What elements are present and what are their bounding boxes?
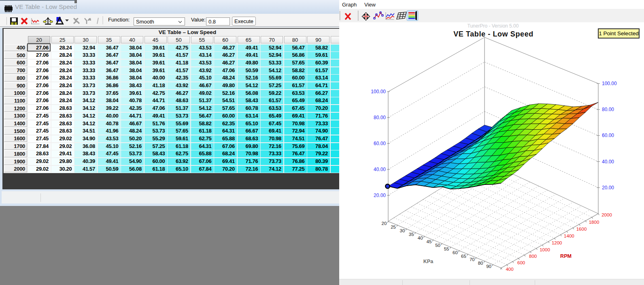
svg-text:100.00: 100.00 bbox=[371, 89, 386, 94]
svg-text:45: 45 bbox=[427, 239, 432, 244]
svg-text:50: 50 bbox=[435, 243, 440, 248]
svg-text:1400: 1400 bbox=[564, 234, 574, 238]
svg-text:80.00: 80.00 bbox=[374, 115, 386, 120]
svg-text:VE Table - Low Speed: VE Table - Low Speed bbox=[453, 30, 533, 38]
svg-text:RPM: RPM bbox=[560, 253, 572, 259]
svg-text:1200: 1200 bbox=[552, 240, 562, 245]
svg-text:800: 800 bbox=[529, 254, 537, 259]
svg-text:2000: 2000 bbox=[601, 212, 612, 217]
svg-text:1600: 1600 bbox=[576, 227, 587, 231]
svg-text:TunerPro - Version 5.00: TunerPro - Version 5.00 bbox=[468, 23, 519, 29]
svg-text:80: 80 bbox=[478, 261, 483, 266]
svg-text:100.00: 100.00 bbox=[602, 81, 617, 86]
svg-text:600: 600 bbox=[517, 260, 525, 265]
svg-text:1800: 1800 bbox=[589, 220, 599, 225]
svg-text:20.00: 20.00 bbox=[602, 185, 614, 191]
svg-text:30: 30 bbox=[400, 228, 405, 233]
svg-text:20: 20 bbox=[382, 221, 387, 226]
svg-text:40.00: 40.00 bbox=[374, 167, 386, 172]
svg-text:KPa: KPa bbox=[423, 259, 434, 264]
svg-text:35: 35 bbox=[409, 232, 414, 237]
svg-text:60.00: 60.00 bbox=[602, 133, 614, 138]
svg-text:40: 40 bbox=[418, 236, 423, 240]
svg-text:1000: 1000 bbox=[540, 247, 550, 252]
svg-text:20.00: 20.00 bbox=[374, 193, 386, 198]
svg-text:90: 90 bbox=[486, 264, 491, 269]
svg-text:25: 25 bbox=[391, 225, 396, 229]
svg-text:40.00: 40.00 bbox=[602, 159, 614, 165]
svg-text:55: 55 bbox=[444, 246, 449, 251]
svg-text:80.00: 80.00 bbox=[602, 107, 614, 112]
svg-text:60.00: 60.00 bbox=[374, 141, 386, 146]
svg-text:65: 65 bbox=[461, 254, 466, 259]
svg-text:60: 60 bbox=[453, 250, 458, 255]
svg-text:70: 70 bbox=[470, 257, 475, 262]
svg-text:400: 400 bbox=[506, 267, 513, 272]
